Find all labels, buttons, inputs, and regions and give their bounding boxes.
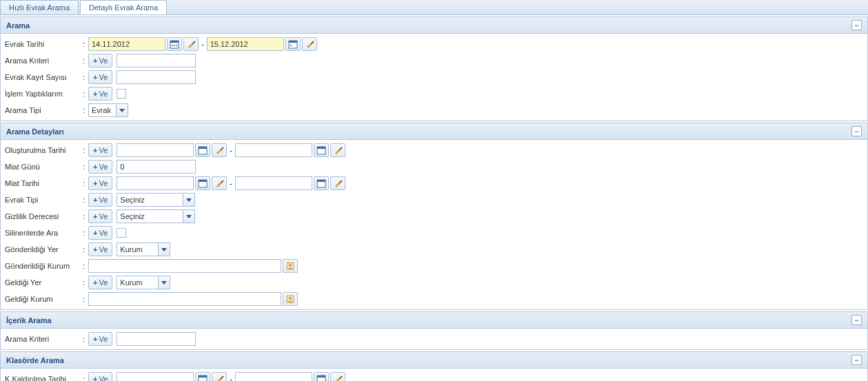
calendar-icon[interactable] <box>314 143 329 157</box>
svg-point-23 <box>289 264 292 267</box>
and-button[interactable]: +Ve <box>88 176 112 190</box>
kaldirilma-to[interactable] <box>235 372 312 381</box>
geldigi-kurum-input[interactable] <box>88 292 281 306</box>
broom-icon[interactable] <box>212 143 227 157</box>
svg-point-2 <box>172 45 173 46</box>
svg-line-31 <box>339 376 342 379</box>
svg-point-25 <box>289 297 292 300</box>
gizlilik-select[interactable] <box>117 209 195 223</box>
svg-point-8 <box>290 45 292 46</box>
evrak-tarihi-to[interactable] <box>207 37 284 51</box>
calendar-icon[interactable] <box>195 176 210 190</box>
broom-icon[interactable] <box>330 176 345 190</box>
miat-to[interactable] <box>235 176 312 190</box>
calendar-icon[interactable] <box>195 143 210 157</box>
chevron-down-icon[interactable] <box>183 209 195 223</box>
and-button[interactable]: +Ve <box>88 372 112 381</box>
label-evrak-tipi: Evrak Tipi <box>3 196 83 204</box>
label-kaldirilma-tarihi: K.Kaldırılma Tarihi <box>3 375 83 381</box>
silinenlerde-checkbox[interactable] <box>117 228 126 238</box>
svg-rect-17 <box>199 180 207 182</box>
tab-detail-search[interactable]: Detaylı Evrak Arama <box>80 0 167 14</box>
geldigi-yer-select[interactable] <box>117 276 170 289</box>
and-button[interactable]: +Ve <box>88 332 112 346</box>
svg-rect-7 <box>289 41 297 43</box>
kaldirilma-from[interactable] <box>117 372 194 381</box>
broom-icon[interactable] <box>330 372 345 381</box>
evrak-tarihi-from[interactable] <box>88 37 165 51</box>
label-arama-kriteri: Arama Kriteri <box>3 56 83 65</box>
and-button[interactable]: +Ve <box>88 70 112 84</box>
svg-line-5 <box>192 41 195 44</box>
and-button[interactable]: +Ve <box>88 143 112 157</box>
label-geldigi-kurum: Geldiği Kurum <box>3 295 83 303</box>
svg-rect-27 <box>199 375 207 378</box>
svg-point-4 <box>176 45 177 46</box>
broom-icon[interactable] <box>212 176 227 190</box>
calendar-icon[interactable] <box>167 37 182 51</box>
and-button[interactable]: +Ve <box>88 209 112 223</box>
icerik-arama-kriteri-input[interactable] <box>117 332 196 346</box>
label-evrak-kayit-sayisi: Evrak Kayıt Sayısı <box>3 73 83 81</box>
broom-icon[interactable] <box>330 143 345 157</box>
chevron-down-icon[interactable] <box>183 193 195 207</box>
collapse-arama-detaylari[interactable]: − <box>851 126 862 136</box>
and-button[interactable]: +Ve <box>88 160 112 174</box>
gonderildigi-yer-select[interactable] <box>117 243 170 256</box>
svg-line-15 <box>339 147 342 150</box>
and-button[interactable]: +Ve <box>88 243 112 256</box>
panel-arama: Arama − Evrak Tarihi : - Arama Kriteri :… <box>0 17 868 121</box>
arama-tipi-value[interactable] <box>88 103 116 117</box>
lookup-icon[interactable] <box>283 292 298 306</box>
svg-line-12 <box>221 147 223 150</box>
and-button[interactable]: +Ve <box>88 226 112 240</box>
gonderildigi-kurum-input[interactable] <box>88 259 281 273</box>
arama-kriteri-input[interactable] <box>117 54 196 68</box>
label-arama-tipi: Arama Tipi <box>3 106 83 114</box>
broom-icon[interactable] <box>302 37 317 51</box>
svg-line-9 <box>311 41 314 44</box>
arama-tipi-combo[interactable] <box>88 103 128 117</box>
chevron-down-icon[interactable] <box>116 103 128 117</box>
islem-yaptiklarim-checkbox[interactable] <box>117 89 126 99</box>
calendar-icon[interactable] <box>314 176 329 190</box>
panel-title-arama-detaylari: Arama Detayları <box>6 127 64 136</box>
label-islem-yaptiklarim: İşlem Yaptıklarım <box>3 90 83 98</box>
broom-icon[interactable] <box>183 37 199 51</box>
svg-rect-20 <box>317 180 325 182</box>
label-gonderildigi-kurum: Gönderildiği Kurum <box>3 262 83 270</box>
miat-from[interactable] <box>117 176 194 190</box>
and-button[interactable]: +Ve <box>88 87 112 101</box>
panel-arama-detaylari: Arama Detayları − Oluşturulma Tarihi : +… <box>0 123 868 310</box>
chevron-down-icon[interactable] <box>158 243 170 256</box>
and-button[interactable]: +Ve <box>88 54 112 68</box>
evrak-kayit-sayisi-input[interactable] <box>117 70 196 84</box>
calendar-icon[interactable] <box>314 372 329 381</box>
lookup-icon[interactable] <box>283 259 298 273</box>
svg-line-21 <box>339 181 342 183</box>
and-button[interactable]: +Ve <box>88 276 112 289</box>
evrak-tipi-select[interactable] <box>117 193 195 207</box>
and-button[interactable]: +Ve <box>88 193 112 207</box>
label-miat-gunu: Miat Günü <box>3 163 83 171</box>
miat-gunu-input[interactable] <box>117 160 196 174</box>
collapse-klasor[interactable]: − <box>851 355 862 365</box>
label-evrak-tarihi: Evrak Tarihi <box>3 40 83 48</box>
tab-quick-search[interactable]: Hızlı Evrak Arama <box>0 0 79 14</box>
calendar-icon[interactable] <box>285 37 301 51</box>
svg-rect-11 <box>199 147 207 149</box>
olusturulma-to[interactable] <box>235 143 312 157</box>
tabs-bar: Hızlı Evrak Arama Detaylı Evrak Arama <box>0 0 868 15</box>
panel-icerik: İçerik Arama − Arama Kriteri : +Ve <box>0 311 868 350</box>
broom-icon[interactable] <box>212 372 227 381</box>
collapse-arama[interactable]: − <box>851 20 862 30</box>
svg-line-28 <box>221 376 223 379</box>
calendar-icon[interactable] <box>195 372 210 381</box>
svg-rect-14 <box>317 147 325 149</box>
collapse-icerik[interactable]: − <box>851 315 862 325</box>
panel-title-klasor: Klasörde Arama <box>6 356 64 364</box>
panel-title-icerik: İçerik Arama <box>6 316 52 325</box>
chevron-down-icon[interactable] <box>158 276 170 289</box>
panel-title-arama: Arama <box>6 21 30 30</box>
olusturulma-from[interactable] <box>117 143 194 157</box>
